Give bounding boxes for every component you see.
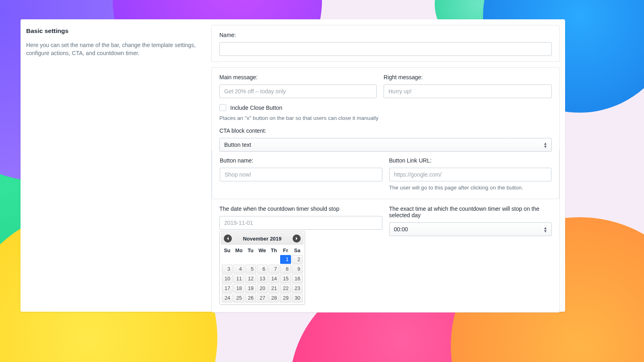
name-label: Name: [219, 32, 552, 38]
main-message-input[interactable] [219, 84, 377, 98]
datepicker-day[interactable]: 10 [222, 274, 233, 283]
section-help-text: Here you can set the name of the bar, ch… [26, 41, 203, 58]
datepicker-day[interactable]: 21 [268, 284, 279, 293]
datepicker-day[interactable]: 29 [280, 294, 291, 302]
datepicker-empty-cell [233, 255, 244, 264]
datepicker-prev-month[interactable] [224, 234, 232, 243]
datepicker-day[interactable]: 25 [233, 294, 244, 302]
caret-left-icon [226, 237, 230, 241]
datepicker-day[interactable]: 1 [280, 255, 291, 264]
main-message-label: Main message: [219, 74, 377, 80]
datepicker-day[interactable]: 15 [280, 274, 291, 283]
datepicker-day[interactable]: 26 [245, 294, 256, 302]
datepicker-day[interactable]: 4 [233, 265, 244, 274]
include-close-checkbox[interactable] [219, 104, 226, 111]
section-description: Basic settings Here you can set the name… [26, 25, 203, 306]
include-close-help: Places an "x" button on the bar so that … [219, 115, 552, 121]
datepicker-day[interactable]: 24 [222, 294, 233, 302]
datepicker-day[interactable]: 30 [292, 294, 303, 302]
name-input[interactable] [219, 42, 552, 56]
datepicker-month-title: November 2019 [243, 236, 281, 242]
datepicker-day[interactable]: 23 [292, 284, 303, 293]
datepicker-day[interactable]: 20 [257, 284, 268, 293]
datepicker-day[interactable]: 22 [280, 284, 291, 293]
datepicker-day[interactable]: 14 [268, 274, 279, 283]
button-link-input[interactable] [389, 168, 552, 181]
datepicker-empty-cell [257, 255, 268, 264]
datepicker-day[interactable]: 12 [245, 274, 256, 283]
datepicker-weekday: Fr [280, 247, 291, 254]
button-link-label: Button Link URL: [389, 157, 552, 164]
countdown-date-input[interactable] [219, 216, 382, 230]
caret-right-icon [295, 237, 299, 241]
countdown-time-label: The exact time at which the countdown ti… [389, 206, 552, 218]
cta-block-label: CTA block content: [219, 128, 552, 134]
updown-icon: ▲▼ [543, 226, 547, 232]
right-message-input[interactable] [384, 84, 552, 98]
updown-icon: ▲▼ [543, 142, 547, 148]
datepicker-day[interactable]: 28 [268, 294, 279, 302]
datepicker-weekday: Sa [292, 247, 303, 254]
settings-panel: Basic settings Here you can set the name… [21, 19, 565, 312]
button-name-label: Button name: [220, 157, 382, 164]
countdown-date-label: The date when the countdown timer should… [219, 206, 382, 212]
cta-block-select-value: Button text [224, 142, 251, 148]
datepicker-day[interactable]: 19 [245, 284, 256, 293]
datepicker-day[interactable]: 9 [292, 265, 303, 274]
datepicker-day[interactable]: 6 [257, 265, 268, 274]
datepicker-empty-cell [245, 255, 256, 264]
datepicker-day[interactable]: 27 [257, 294, 268, 302]
datepicker-weekday: We [257, 247, 268, 254]
datepicker-weekday: Mo [233, 247, 244, 254]
datepicker-day[interactable]: 11 [233, 274, 244, 283]
include-close-label: Include Close Button [230, 105, 282, 111]
datepicker-day[interactable]: 5 [245, 265, 256, 274]
datepicker-weekday: Su [222, 247, 233, 254]
datepicker: November 2019 SuMoTuWeThFrSa 12345678910… [219, 231, 305, 305]
datepicker-next-month[interactable] [293, 234, 301, 243]
datepicker-weekday: Tu [245, 247, 256, 254]
datepicker-day[interactable]: 16 [292, 274, 303, 283]
datepicker-day[interactable]: 17 [222, 284, 233, 293]
datepicker-day[interactable]: 13 [257, 274, 268, 283]
datepicker-day[interactable]: 3 [222, 265, 233, 274]
datepicker-day[interactable]: 8 [280, 265, 291, 274]
section-title: Basic settings [26, 27, 203, 35]
datepicker-empty-cell [222, 255, 233, 264]
datepicker-weekday: Th [268, 247, 279, 254]
cta-block-select[interactable]: Button text ▲▼ [219, 138, 552, 152]
button-name-input[interactable] [220, 168, 382, 181]
content-card: Main message: Right message: Include Clo… [211, 67, 560, 313]
datepicker-grid: SuMoTuWeThFrSa 1234567891011121314151617… [221, 246, 303, 303]
datepicker-day[interactable]: 2 [292, 255, 303, 264]
datepicker-day[interactable]: 7 [268, 265, 279, 274]
datepicker-empty-cell [268, 255, 279, 264]
right-message-label: Right message: [384, 74, 552, 80]
datepicker-day[interactable]: 18 [233, 284, 244, 293]
button-link-help: The user will go to this page after clic… [389, 185, 552, 191]
name-card: Name: [211, 25, 560, 62]
countdown-time-value: 00:00 [394, 226, 408, 232]
countdown-time-select[interactable]: 00:00 ▲▼ [389, 222, 552, 236]
